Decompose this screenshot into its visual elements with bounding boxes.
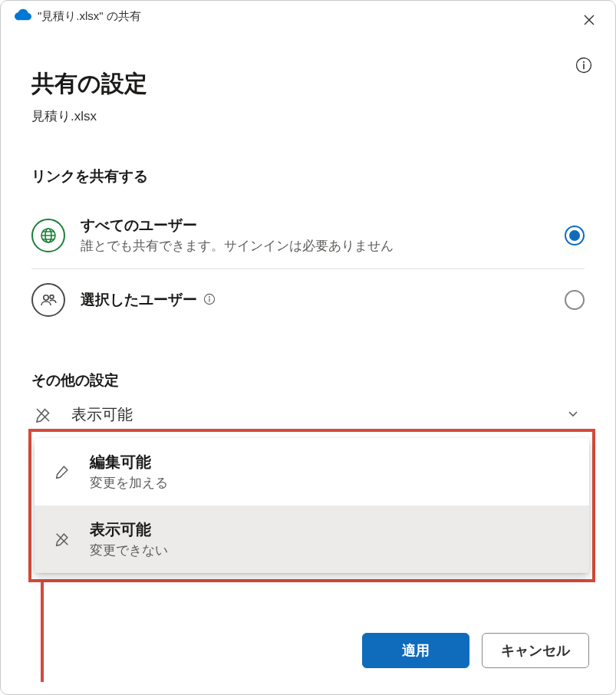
svg-rect-9 — [209, 298, 209, 302]
option-text: 編集可能 変更を加える — [90, 452, 168, 492]
option-desc: 変更できない — [90, 542, 168, 559]
option-desc: 変更を加える — [90, 474, 168, 492]
info-icon[interactable] — [203, 293, 217, 307]
share-option-specific-people[interactable]: 選択したユーザー — [31, 269, 585, 331]
globe-icon — [31, 219, 65, 252]
filename-label: 見積り.xlsx — [31, 107, 585, 125]
annotation-callout-line — [41, 582, 44, 682]
no-edit-icon — [31, 406, 54, 424]
option-text: 表示可能 変更できない — [90, 519, 168, 559]
titlebar: "見積り.xlsx" の共有 — [1, 1, 615, 27]
onedrive-icon — [15, 8, 31, 24]
svg-point-8 — [209, 296, 210, 298]
radio-specific-people[interactable] — [565, 290, 585, 310]
cancel-button[interactable]: キャンセル — [482, 633, 589, 668]
option-label: 選択したユーザー — [81, 290, 565, 310]
dialog-content: 共有の設定 見積り.xlsx リンクを共有する すべてのユーザー 誰とでも共有で… — [1, 27, 615, 436]
svg-point-1 — [583, 61, 585, 62]
info-icon — [575, 57, 592, 76]
close-icon — [583, 14, 595, 28]
other-settings-section-title: その他の設定 — [31, 371, 585, 390]
dialog-footer: 適用 キャンセル — [362, 633, 589, 668]
page-title: 共有の設定 — [31, 68, 585, 100]
svg-point-6 — [50, 295, 54, 299]
apply-button[interactable]: 適用 — [362, 633, 469, 668]
permission-dropdown-value: 表示可能 — [71, 404, 566, 425]
people-icon — [31, 283, 65, 317]
option-label: すべてのユーザー — [81, 216, 565, 236]
permission-popup: 編集可能 変更を加える 表示可能 変更できない — [35, 438, 589, 573]
option-title: 表示可能 — [90, 519, 168, 540]
annotation-highlight: 編集可能 変更を加える 表示可能 変更できない — [28, 429, 595, 582]
radio-everyone[interactable] — [565, 226, 585, 245]
no-edit-icon — [50, 531, 74, 548]
svg-rect-2 — [583, 64, 585, 69]
option-title: 編集可能 — [90, 452, 168, 473]
option-text: 選択したユーザー — [81, 290, 565, 310]
titlebar-text: "見積り.xlsx" の共有 — [38, 9, 141, 24]
option-desc: 誰とでも共有できます。サインインは必要ありません — [81, 237, 565, 255]
share-option-everyone[interactable]: すべてのユーザー 誰とでも共有できます。サインインは必要ありません — [31, 202, 585, 268]
pencil-icon — [50, 463, 74, 480]
svg-point-5 — [44, 295, 48, 300]
permission-option-edit[interactable]: 編集可能 変更を加える — [35, 438, 589, 506]
info-button[interactable] — [574, 56, 594, 76]
chevron-down-icon — [566, 407, 580, 423]
share-settings-dialog: "見積り.xlsx" の共有 共有の設定 見積り.xlsx リンクを共有する す… — [0, 0, 616, 695]
close-button[interactable] — [580, 12, 598, 30]
link-sharing-section-title: リンクを共有する — [31, 166, 585, 186]
option-text: すべてのユーザー 誰とでも共有できます。サインインは必要ありません — [81, 216, 565, 255]
permission-option-view[interactable]: 表示可能 変更できない — [35, 506, 589, 573]
